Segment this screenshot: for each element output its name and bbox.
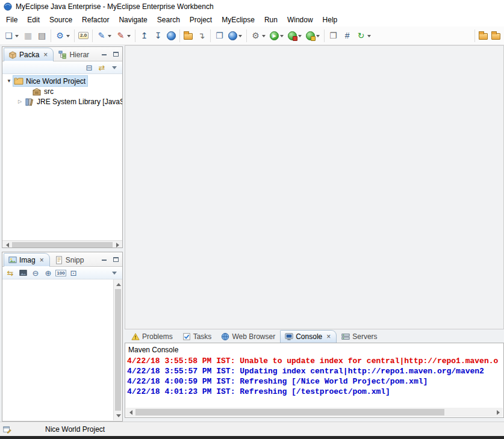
tab-console[interactable]: Console × (280, 330, 337, 343)
scroll-right-button[interactable] (113, 241, 122, 249)
tab-snippets[interactable]: Snipp (50, 253, 89, 267)
new-button[interactable]: ❏ (2, 28, 21, 43)
external-tools-button[interactable]: ⚙ (249, 28, 268, 43)
tab-servers[interactable]: Servers (337, 330, 382, 343)
zoom-out-button[interactable]: ⊖ (30, 267, 42, 278)
tree-item-selection[interactable]: JRE System Library [JavaS (24, 96, 122, 107)
minimize-view-button[interactable] (99, 255, 109, 264)
expand-icon[interactable]: ▼ (5, 78, 13, 84)
import-button[interactable]: ↴ (194, 28, 208, 43)
toolbar-separator (179, 30, 180, 42)
menu-item-run[interactable]: Run (260, 13, 282, 26)
tree-item-selection[interactable]: Nice World Project (13, 76, 87, 86)
menu-item-navigate[interactable]: Navigate (114, 13, 152, 26)
package-explorer-toolbar: ⊟ ⇄ (2, 61, 122, 74)
console-hscrollbar[interactable] (126, 408, 503, 417)
scrollbar-thumb[interactable] (135, 409, 444, 416)
dropdown-arrow-icon[interactable] (127, 35, 131, 39)
workspace-folder-2-button[interactable] (490, 28, 502, 43)
dropdown-arrow-icon[interactable] (66, 35, 70, 39)
maximize-view-button[interactable] (111, 49, 121, 58)
close-icon[interactable]: × (39, 257, 45, 264)
tab-label: Snipp (66, 256, 84, 264)
image-view-vscrollbar[interactable] (113, 279, 122, 420)
scroll-down-button[interactable] (114, 411, 123, 420)
close-icon[interactable]: × (42, 51, 49, 58)
tab-web-browser[interactable]: Web Browser (216, 330, 280, 343)
tree-item-selection[interactable]: src (31, 86, 55, 96)
menu-item-project[interactable]: Project (185, 13, 217, 26)
zoom-in-button[interactable]: ⊕ (42, 267, 54, 278)
scrollbar-thumb[interactable] (12, 242, 113, 249)
globe-icon (221, 332, 229, 341)
tab-package-explorer[interactable]: Packa × (4, 48, 54, 61)
deploy-button[interactable]: ↥ (137, 28, 151, 43)
image-preview-button[interactable] (17, 267, 29, 278)
minimize-view-button[interactable] (99, 49, 109, 58)
sidebar: Packa × Hierar ⊟ (2, 46, 123, 422)
run-button[interactable]: ▶ (268, 28, 286, 43)
new-project-button[interactable]: ❐ (326, 28, 340, 43)
view-menu-icon (112, 272, 117, 277)
dropdown-arrow-icon[interactable] (367, 35, 371, 39)
gear-icon: ⚙ (250, 31, 261, 41)
collapse-icon[interactable]: ▷ (16, 99, 24, 104)
save-button[interactable]: ▦ (21, 28, 35, 43)
tree-item-nice-world-project[interactable]: ▼ Nice World Project (2, 76, 122, 86)
tab-problems[interactable]: Problems (126, 330, 178, 343)
menu-item-search[interactable]: Search (152, 13, 185, 26)
scroll-left-button[interactable] (2, 241, 11, 249)
zoom-100-button[interactable]: 100 (55, 267, 67, 278)
image-preview-view: Imag × Snipp ⇆ (2, 252, 123, 422)
dropdown-arrow-icon[interactable] (15, 35, 19, 39)
package-explorer-hscrollbar[interactable] (2, 240, 122, 248)
menu-item-window[interactable]: Window (282, 13, 318, 26)
bottom-panel: Problems Tasks Web Browser (125, 329, 504, 422)
refresh-button[interactable]: ↻ (354, 28, 373, 43)
version-badge-button[interactable]: 2.0 (76, 28, 90, 43)
tab-hierarchy[interactable]: Hierar (54, 48, 94, 61)
annotation-red-button[interactable]: ✎ (114, 28, 133, 43)
scrollbar-thumb[interactable] (115, 289, 121, 411)
menu-item-myeclipse[interactable]: MyEclipse (217, 13, 260, 26)
myeclipse-tools-button[interactable]: ⚙ (53, 28, 72, 43)
editor-area[interactable] (125, 45, 504, 329)
tree-item-jre-library[interactable]: ▷ JRE System Library [JavaS (2, 96, 122, 107)
collapse-all-button[interactable]: ⊟ (83, 62, 95, 73)
dropdown-arrow-icon[interactable] (108, 35, 111, 39)
web-browser-button[interactable] (165, 28, 178, 43)
scroll-up-button[interactable] (114, 279, 123, 288)
dropdown-arrow-icon[interactable] (280, 35, 284, 39)
dropdown-arrow-icon[interactable] (262, 35, 266, 39)
profile-button[interactable] (304, 28, 322, 43)
internal-browser-button[interactable] (226, 28, 244, 43)
tab-image[interactable]: Imag × (4, 253, 50, 267)
view-menu-button[interactable] (108, 62, 120, 73)
web-page-grid-button[interactable]: # (340, 28, 354, 43)
scroll-left-button[interactable] (126, 408, 135, 417)
open-folder-button[interactable] (182, 28, 194, 43)
menu-item-edit[interactable]: Edit (22, 13, 45, 26)
debug-button[interactable] (286, 28, 304, 43)
dropdown-arrow-icon[interactable] (298, 35, 302, 39)
dropdown-arrow-icon[interactable] (238, 35, 242, 39)
sync-deploy-button[interactable]: ↧ (151, 28, 165, 43)
tab-tasks[interactable]: Tasks (178, 330, 217, 343)
maximize-view-button[interactable] (111, 255, 121, 264)
menu-item-source[interactable]: Source (45, 13, 77, 26)
view-menu-button[interactable] (108, 267, 120, 278)
zoom-fit-button[interactable]: ⊡ (67, 267, 79, 278)
print-button[interactable]: ▤ (35, 28, 49, 43)
new-web-project-button[interactable]: ❐ (213, 28, 226, 43)
menu-item-help[interactable]: Help (318, 13, 343, 26)
menu-item-refactor[interactable]: Refactor (77, 13, 114, 26)
annotation-blue-button[interactable]: ✎ (95, 28, 114, 43)
tree-item-src[interactable]: src (2, 86, 122, 96)
link-with-editor-button[interactable]: ⇄ (96, 62, 108, 73)
workspace-folder-1-button[interactable] (477, 28, 490, 43)
link-with-editor-button[interactable]: ⇆ (4, 267, 16, 278)
dropdown-arrow-icon[interactable] (316, 35, 320, 39)
scroll-right-button[interactable] (494, 408, 503, 417)
close-icon[interactable]: × (325, 333, 332, 340)
menu-item-file[interactable]: File (1, 13, 22, 26)
